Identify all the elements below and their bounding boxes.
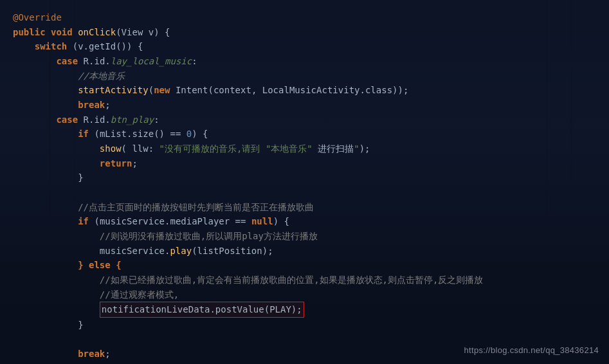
line-else: } else {: [13, 258, 596, 273]
line-default: default:: [13, 361, 596, 364]
line-play: musicService.play(listPosition);: [13, 244, 596, 259]
line-switch: switch (v.getId()) {: [13, 39, 596, 54]
line-if1: if (mList.size() == 0) {: [13, 127, 596, 141]
line-return: return;: [13, 156, 596, 171]
code-block: @Override public void onClick(View v) { …: [13, 10, 596, 364]
line-comment5: //通过观察者模式,: [13, 287, 596, 302]
line-empty1: [13, 185, 596, 200]
watermark: https://blog.csdn.net/qq_38436214: [464, 344, 599, 358]
line-comment3: //则说明没有播放过歌曲,所以调用play方法进行播放: [13, 229, 596, 244]
line-if2: if (musicService.mediaPlayer == null) {: [13, 214, 596, 229]
line-public: public void onClick(View v) {: [13, 25, 596, 40]
line-comment2: //点击主页面时的播放按钮时先判断当前是否正在播放歌曲: [13, 200, 596, 215]
line-start-activity: startActivity(new Intent(context, LocalM…: [13, 83, 596, 98]
code-panel: @Override public void onClick(View v) { …: [0, 0, 609, 364]
line-case1: case R.id.lay_local_music:: [13, 54, 596, 69]
line-break1: break;: [13, 98, 596, 113]
line-comment1: //本地音乐: [13, 69, 596, 84]
line-case2: case R.id.btn_play:: [13, 113, 596, 127]
line-post-value: notificationLiveData.postValue(PLAY);: [13, 302, 596, 318]
line-brace1: }: [13, 170, 596, 185]
line-annotation: @Override: [13, 10, 596, 25]
line-brace2: }: [13, 318, 596, 332]
line-comment4: //如果已经播放过歌曲,肯定会有当前播放歌曲的位置,如果是播放状态,则点击暂停,…: [13, 273, 596, 287]
line-show: show( llw: "没有可播放的音乐,请到 "本地音乐" 进行扫描");: [13, 141, 596, 156]
